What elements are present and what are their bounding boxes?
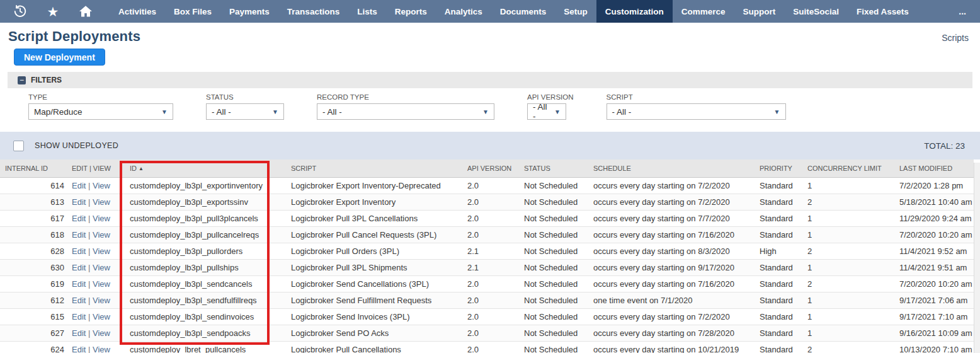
filters-bar: − FILTERS — [8, 72, 972, 88]
filter-label-record-type: RECORD TYPE — [317, 93, 494, 101]
home-icon[interactable] — [78, 4, 93, 19]
view-link[interactable]: View — [93, 263, 110, 272]
column-header-api-version[interactable]: API VERSION — [462, 159, 519, 177]
cell-concurrency-limit: 2 — [802, 243, 894, 259]
cell-api-version: 2.0 — [462, 194, 519, 210]
scripts-link[interactable]: Scripts — [942, 33, 969, 43]
column-header-schedule[interactable]: SCHEDULE — [588, 159, 755, 177]
cell-status: Not Scheduled — [519, 210, 588, 226]
nav-item-reports[interactable]: Reports — [386, 0, 436, 23]
view-link[interactable]: View — [93, 312, 110, 321]
view-link[interactable]: View — [93, 230, 110, 240]
filter-select-type[interactable]: Map/Reduce▼ — [28, 103, 173, 120]
cell-schedule: occurs every day starting on 7/16/2020 — [588, 275, 755, 292]
cell-id: customdeploy_lb3pl_sendpoacks — [125, 325, 286, 341]
top-navigation-bar: ★ ActivitiesBox FilesPaymentsTransaction… — [0, 0, 980, 23]
filter-value: - All - — [533, 102, 549, 121]
cell-last-modified: 11/4/2021 9:52 am — [894, 243, 974, 259]
edit-view-separator: | — [86, 230, 93, 240]
vertical-scrollbar[interactable] — [974, 163, 980, 353]
table-row: 612Edit | Viewcustomdeploy_lb3pl_sendful… — [0, 292, 974, 308]
show-undeployed-label[interactable]: SHOW UNDEPLOYED — [35, 141, 118, 150]
cell-edit-view: Edit | View — [69, 292, 125, 308]
nav-item-commerce[interactable]: Commerce — [673, 0, 734, 23]
edit-link[interactable]: Edit — [72, 181, 86, 190]
edit-link[interactable]: Edit — [72, 246, 86, 256]
history-icon[interactable] — [13, 4, 28, 19]
view-link[interactable]: View — [93, 279, 110, 289]
nav-icon-group: ★ — [0, 0, 110, 23]
nav-overflow-button[interactable]: ... — [945, 0, 980, 23]
column-header-label: LAST MODIFIED — [899, 165, 952, 172]
table-row: 624Edit | Viewcustomdeploy_lbret_pullcan… — [0, 341, 974, 353]
cell-script: Logicbroker Send Invoices (3PL) — [286, 308, 462, 325]
column-header-script[interactable]: SCRIPT — [286, 159, 462, 177]
column-header-priority[interactable]: PRIORITY — [755, 159, 802, 177]
cell-internal-id: 617 — [0, 210, 69, 226]
column-header-internal-id[interactable]: INTERNAL ID — [0, 159, 69, 177]
cell-status: Not Scheduled — [519, 308, 588, 325]
cell-script: Logicbroker Export Inventory-Deprecated — [286, 177, 462, 194]
view-link[interactable]: View — [93, 197, 110, 207]
nav-item-transactions[interactable]: Transactions — [278, 0, 348, 23]
total-count: TOTAL: 23 — [924, 141, 965, 151]
cell-last-modified: 9/17/2021 7:06 am — [894, 292, 974, 308]
column-header-edit-view[interactable]: EDIT | VIEW — [69, 159, 125, 177]
dropdown-arrow-icon: ▼ — [161, 108, 168, 115]
cell-last-modified: 5/18/2021 10:40 am — [894, 194, 974, 210]
filter-select-status[interactable]: - All -▼ — [206, 103, 284, 120]
edit-link[interactable]: Edit — [72, 214, 86, 223]
edit-link[interactable]: Edit — [72, 345, 86, 353]
filter-select-record-type[interactable]: - All -▼ — [317, 103, 494, 120]
filter-select-script[interactable]: - All -▼ — [607, 103, 786, 120]
nav-item-box-files[interactable]: Box Files — [165, 0, 220, 23]
nav-item-support[interactable]: Support — [734, 0, 785, 23]
cell-script: Logicbroker Send Fulfillment Requests — [286, 292, 462, 308]
edit-link[interactable]: Edit — [72, 230, 86, 240]
view-link[interactable]: View — [93, 246, 110, 256]
nav-item-suitesocial[interactable]: SuiteSocial — [784, 0, 848, 23]
nav-item-lists[interactable]: Lists — [348, 0, 386, 23]
nav-item-analytics[interactable]: Analytics — [436, 0, 491, 23]
filter-label-status: STATUS — [206, 93, 284, 101]
collapse-filters-icon[interactable]: − — [18, 76, 26, 84]
view-link[interactable]: View — [93, 345, 110, 353]
view-link[interactable]: View — [93, 181, 110, 190]
cell-status: Not Scheduled — [519, 243, 588, 259]
cell-priority: Standard — [755, 308, 802, 325]
edit-link[interactable]: Edit — [72, 197, 86, 207]
filter-select-api-version[interactable]: - All -▼ — [527, 103, 566, 120]
cell-last-modified: 7/20/2020 10:20 am — [894, 226, 974, 243]
nav-item-documents[interactable]: Documents — [491, 0, 556, 23]
new-deployment-button[interactable]: New Deployment — [14, 49, 105, 66]
show-undeployed-checkbox[interactable] — [13, 141, 24, 151]
cell-status: Not Scheduled — [519, 275, 588, 292]
nav-item-activities[interactable]: Activities — [110, 0, 165, 23]
view-link[interactable]: View — [93, 296, 110, 305]
column-header-label: SCRIPT — [291, 165, 316, 172]
cell-schedule: occurs every day starting on 7/7/2020 — [588, 210, 755, 226]
column-header-last-modified[interactable]: LAST MODIFIED — [894, 159, 974, 177]
edit-view-separator: | — [86, 214, 93, 223]
cell-internal-id: 627 — [0, 325, 69, 341]
edit-link[interactable]: Edit — [72, 263, 86, 272]
nav-item-fixed-assets[interactable]: Fixed Assets — [848, 0, 918, 23]
cell-concurrency-limit: 1 — [802, 226, 894, 243]
edit-link[interactable]: Edit — [72, 328, 86, 338]
cell-script: Logicbroker Pull Orders (3PL) — [286, 243, 462, 259]
filter-value: - All - — [212, 107, 231, 117]
view-link[interactable]: View — [93, 328, 110, 338]
nav-item-customization[interactable]: Customization — [596, 0, 673, 23]
edit-link[interactable]: Edit — [72, 279, 86, 289]
sort-asc-icon: ▲ — [139, 166, 144, 171]
column-header-concurrency-limit[interactable]: CONCURRENCY LIMIT — [802, 159, 894, 177]
nav-item-setup[interactable]: Setup — [555, 0, 596, 23]
view-link[interactable]: View — [93, 214, 110, 223]
cell-last-modified: 7/2/2020 1:28 pm — [894, 177, 974, 194]
edit-link[interactable]: Edit — [72, 312, 86, 321]
column-header-status[interactable]: STATUS — [519, 159, 588, 177]
edit-link[interactable]: Edit — [72, 296, 86, 305]
shortcuts-star-icon[interactable]: ★ — [45, 4, 60, 19]
nav-item-payments[interactable]: Payments — [220, 0, 278, 23]
column-header-id[interactable]: ID▲ — [125, 159, 286, 177]
